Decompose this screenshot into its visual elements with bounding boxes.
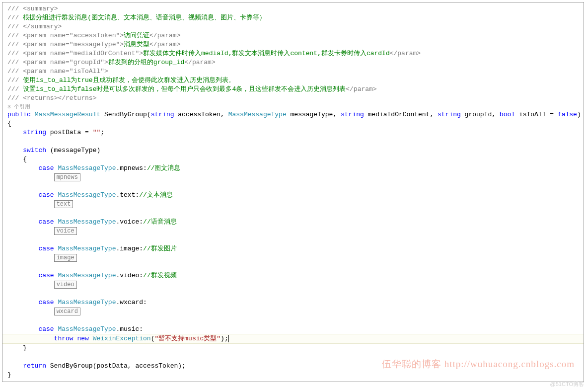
xml-doc-line: /// <param name="mediaIdOrContent">群发媒体文… bbox=[2, 49, 584, 58]
code-fold-box[interactable]: voice bbox=[54, 227, 77, 235]
code-fold-box[interactable]: video bbox=[54, 281, 77, 289]
paren: ) bbox=[577, 111, 581, 118]
xml-doc-line: /// 使用is_to_all为true且成功群发，会使得此次群发进入历史消息列… bbox=[2, 76, 584, 85]
keyword-return: return bbox=[7, 362, 46, 370]
case-music: case MassMessageType.music: bbox=[2, 325, 584, 334]
xml-tag: </param> bbox=[149, 41, 180, 48]
code-fold-box[interactable]: text bbox=[54, 200, 74, 208]
folded-region: text bbox=[2, 200, 584, 209]
brace-close: } bbox=[2, 371, 584, 380]
member: .image: bbox=[116, 245, 143, 252]
case-mpnews: case MassMessageType.mpnews://图文消息 bbox=[2, 164, 584, 173]
footer-attribution: @51CTO博客 bbox=[550, 381, 584, 384]
case-video: case MassMessageType.video://群发视频 bbox=[2, 271, 584, 280]
case-text: case MassMessageType.text://文本消息 bbox=[2, 191, 584, 200]
keyword-case: case bbox=[7, 325, 54, 333]
string-literal: "" bbox=[93, 129, 101, 136]
member: .wxcard: bbox=[116, 299, 147, 306]
param: accessToken, bbox=[174, 111, 228, 118]
watermark-text: 伍华聪的博客 http://wuhuacong.cnblogs.com bbox=[382, 358, 575, 371]
space bbox=[31, 111, 35, 118]
xml-doc-line: /// 根据分组进行群发消息(图文消息、文本消息、语音消息、视频消息、图片、卡券… bbox=[2, 13, 584, 22]
xml-tag: </param> bbox=[149, 32, 180, 39]
type: MassMessageType bbox=[58, 164, 116, 172]
type: MassMessageType bbox=[58, 245, 116, 252]
string-literal: "暂不支持music类型" bbox=[155, 335, 221, 342]
xml-tag: <summary> bbox=[23, 5, 58, 12]
code-block: /// <summary> /// 根据分组进行群发消息(图文消息、文本消息、语… bbox=[2, 2, 584, 382]
comment-slash: /// bbox=[7, 94, 23, 102]
keyword-case: case bbox=[7, 218, 54, 226]
local-decl: string postData = ""; bbox=[2, 128, 584, 137]
xml-tag: </summary> bbox=[23, 23, 62, 30]
code-fold-box[interactable]: wxcard bbox=[54, 308, 80, 315]
switch-arg: (messageType) bbox=[46, 147, 100, 154]
keyword-bool: bool bbox=[500, 111, 515, 118]
member: .text: bbox=[116, 191, 139, 199]
blank-line bbox=[2, 137, 584, 146]
keyword-case: case bbox=[7, 191, 54, 199]
blank-line bbox=[2, 209, 584, 218]
keyword-case: case bbox=[7, 245, 54, 252]
doc-text: 群发媒体文件时传入mediaId,群发文本消息时传入content,群发卡券时传… bbox=[143, 50, 390, 57]
return-expr: SendByGroup(postData, accessToken); bbox=[46, 362, 186, 370]
xml-tag: <param name="isToAll"> bbox=[23, 68, 108, 75]
keyword-case: case bbox=[7, 164, 54, 172]
semicolon: ; bbox=[100, 129, 104, 136]
folded-region: image bbox=[2, 253, 584, 262]
keyword-new: new bbox=[77, 335, 88, 342]
param: mediaIdOrContent, bbox=[364, 111, 438, 118]
doc-text: 访问凭证 bbox=[124, 32, 149, 39]
keyword-string: string bbox=[151, 111, 174, 118]
param: messageType, bbox=[287, 111, 341, 118]
xml-doc-line: /// <returns></returns> bbox=[2, 94, 584, 103]
code-fold-box[interactable]: mpnews bbox=[54, 173, 80, 181]
xml-doc-line: /// <param name="accessToken">访问凭证</para… bbox=[2, 31, 584, 40]
codelens-references[interactable]: 3 个引用 bbox=[2, 103, 584, 110]
member: .voice: bbox=[116, 218, 143, 226]
member: .mpnews: bbox=[116, 164, 147, 172]
comment: //语音消息 bbox=[143, 218, 177, 226]
comment: //图文消息 bbox=[147, 164, 181, 172]
keyword-case: case bbox=[7, 299, 54, 306]
code-fold-box[interactable]: image bbox=[54, 254, 77, 262]
folded-region: wxcard bbox=[2, 307, 584, 316]
blank-line bbox=[2, 262, 584, 271]
xml-doc-line: /// </summary> bbox=[2, 22, 584, 31]
keyword-switch: switch bbox=[7, 147, 46, 154]
keyword-string: string bbox=[341, 111, 364, 118]
case-image: case MassMessageType.image://群发图片 bbox=[2, 244, 584, 253]
comment-slash: /// bbox=[7, 77, 23, 84]
comment-slash: /// bbox=[7, 41, 23, 48]
brace-open: { bbox=[2, 155, 584, 164]
brace-open: { bbox=[2, 119, 584, 128]
xml-doc-line: /// 设置is_to_all为false时是可以多次群发的，但每个用户只会收到… bbox=[2, 85, 584, 94]
folded-region: voice bbox=[2, 227, 584, 235]
return-type: MassMessageResult bbox=[35, 111, 101, 118]
xml-tag: <param name="accessToken"> bbox=[23, 32, 124, 39]
comment: //群发图片 bbox=[143, 245, 177, 252]
comment-slash: /// bbox=[7, 14, 23, 21]
keyword-public: public bbox=[7, 111, 31, 118]
paren-semi: ); bbox=[220, 335, 228, 342]
doc-text: 使用is_to_all为true且成功群发，会使得此次群发进入历史消息列表。 bbox=[23, 77, 234, 84]
doc-text: 群发到的分组的group_id bbox=[108, 59, 184, 66]
keyword-throw: throw bbox=[7, 335, 74, 342]
comment-slash: /// bbox=[7, 59, 23, 66]
comment-slash: /// bbox=[7, 50, 23, 57]
text-cursor bbox=[228, 335, 229, 342]
blank-line bbox=[2, 182, 584, 191]
xml-tag: <param name="groupId"> bbox=[23, 59, 108, 66]
case-wxcard: case MassMessageType.wxcard: bbox=[2, 298, 584, 307]
case-voice: case MassMessageType.voice://语音消息 bbox=[2, 218, 584, 227]
xml-tag: </param> bbox=[390, 50, 421, 57]
xml-tag: <returns></returns> bbox=[23, 94, 96, 102]
blank-line bbox=[2, 316, 584, 325]
doc-text: 消息类型 bbox=[124, 41, 149, 48]
folded-region: video bbox=[2, 280, 584, 289]
member: .video: bbox=[116, 272, 143, 279]
doc-text: 根据分组进行群发消息(图文消息、文本消息、语音消息、视频消息、图片、卡券等） bbox=[23, 14, 266, 21]
keyword-false: false bbox=[558, 111, 577, 118]
param: groupId, bbox=[461, 111, 500, 118]
type: MassMessageType bbox=[58, 325, 116, 333]
